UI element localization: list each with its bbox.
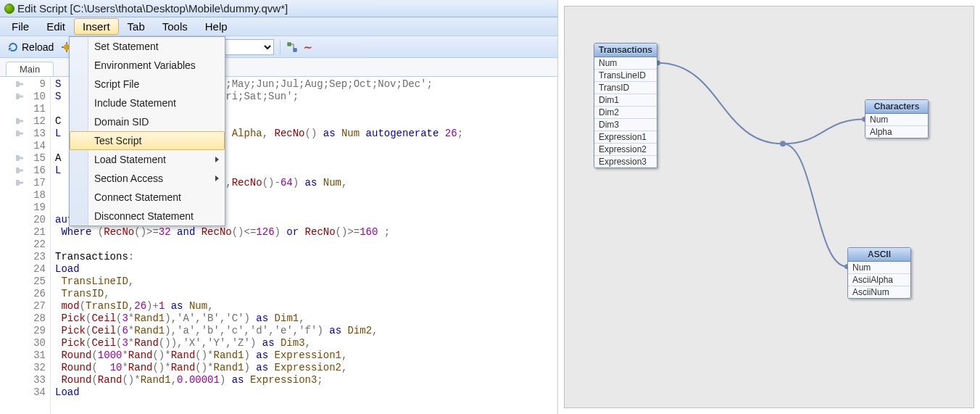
code-line[interactable]: Load (55, 386, 463, 399)
table-field[interactable]: Dim2 (594, 107, 657, 119)
line-number: 27 (0, 300, 50, 312)
line-number: 28 (0, 312, 50, 325)
tilde-icon[interactable]: ∼ (302, 41, 314, 53)
editor-window: Edit Script [C:\Users\thota\Desktop\Mobi… (0, 0, 558, 414)
table-transactions[interactable]: TransactionsNumTransLineIDTransIDDim1Dim… (594, 43, 657, 168)
table-field[interactable]: Expression3 (594, 156, 657, 167)
reload-button[interactable]: Reload (4, 40, 57, 54)
code-line[interactable]: Where (RecNo()>=32 and RecNo()<=126) or … (55, 226, 463, 239)
insert-item-domain-sid[interactable]: Domain SID (70, 112, 225, 131)
submenu-arrow-icon (215, 175, 219, 181)
table-title[interactable]: Characters (865, 100, 928, 114)
table-field[interactable]: TransLineID (594, 70, 657, 82)
table-title[interactable]: ASCII (848, 248, 910, 262)
line-number: 14 (0, 140, 50, 152)
code-line[interactable]: Pick(Ceil(3*Rand1),'A','B','C') as Dim1, (55, 312, 463, 325)
insert-item-section-access[interactable]: Section Access (70, 169, 225, 188)
table-field[interactable]: Expression2 (594, 144, 657, 156)
submenu-arrow-icon (215, 157, 219, 162)
table-field[interactable]: AsciiNum (848, 286, 910, 298)
window-title: Edit Script [C:\Users\thota\Desktop\Mobi… (17, 2, 288, 15)
code-line[interactable]: Pick(Ceil(3*Rand()),'X','Y','Z') as Dim3… (55, 337, 463, 349)
line-gutter: 9101112131415161718192021222324252627282… (0, 77, 51, 414)
table-field[interactable]: TransID (594, 82, 657, 94)
reload-label: Reload (22, 41, 54, 53)
table-ascii[interactable]: ASCIINumAsciiAlphaAsciiNum (847, 247, 911, 299)
insert-item-script-file[interactable]: Script File (70, 75, 225, 94)
app-logo-icon (4, 4, 14, 14)
insert-item-load-statement[interactable]: Load Statement (70, 150, 225, 169)
line-number: 25 (0, 276, 50, 288)
line-number: 21 (0, 226, 50, 239)
line-number: 16 (0, 165, 50, 177)
code-line[interactable]: TransID, (55, 288, 463, 300)
line-number: 10 (0, 91, 50, 103)
line-number: 26 (0, 288, 50, 300)
table-field[interactable]: Dim3 (594, 119, 657, 131)
line-number: 31 (0, 349, 50, 362)
tab-main[interactable]: Main (6, 62, 54, 76)
line-number: 19 (0, 202, 50, 214)
code-line[interactable] (55, 239, 463, 251)
code-line[interactable]: Round( 10*Rand()*Rand()*Rand1) as Expres… (55, 362, 463, 374)
menubar: FileEditInsertTabToolsHelp (0, 17, 557, 36)
line-number: 17 (0, 177, 50, 189)
menu-edit[interactable]: Edit (38, 18, 74, 35)
table-field[interactable]: Dim1 (594, 94, 657, 107)
titlebar: Edit Script [C:\Users\thota\Desktop\Mobi… (0, 0, 557, 17)
line-number: 13 (0, 128, 50, 140)
line-number: 12 (0, 115, 50, 128)
menu-tools[interactable]: Tools (154, 18, 196, 35)
line-number: 15 (0, 152, 50, 165)
toolbar-sep3 (280, 40, 281, 54)
menu-file[interactable]: File (3, 18, 38, 35)
line-number: 29 (0, 325, 50, 337)
line-number: 18 (0, 189, 50, 202)
menu-help[interactable]: Help (196, 18, 236, 35)
insert-item-connect-statement[interactable]: Connect Statement (70, 188, 225, 207)
line-number: 22 (0, 239, 50, 251)
line-number: 24 (0, 263, 50, 276)
line-number: 30 (0, 337, 50, 349)
code-line[interactable]: TransLineID, (55, 276, 463, 288)
line-number: 9 (0, 78, 50, 91)
line-number: 11 (0, 103, 50, 115)
table-field[interactable]: Expression1 (594, 131, 657, 144)
svg-rect-2 (294, 49, 296, 51)
line-number: 33 (0, 374, 50, 386)
code-line[interactable]: Transactions: (55, 251, 463, 263)
line-number: 20 (0, 214, 50, 226)
insert-item-include-statement[interactable]: Include Statement (70, 94, 225, 112)
line-number: 34 (0, 386, 50, 399)
code-line[interactable]: Round(Rand()*Rand1,0.00001) as Expressio… (55, 374, 463, 386)
table-viewer[interactable]: TransactionsNumTransLineIDTransIDDim1Dim… (564, 6, 974, 408)
code-line[interactable]: Round(1000*Rand()*Rand()*Rand1) as Expre… (55, 349, 463, 362)
reload-icon (7, 41, 19, 53)
svg-rect-1 (288, 43, 291, 46)
line-number: 23 (0, 251, 50, 263)
insert-menu-dropdown: Set StatementEnvironment VariablesScript… (69, 36, 225, 226)
table-field[interactable]: Num (865, 114, 928, 126)
insert-item-test-script[interactable]: Test Script (70, 131, 225, 150)
table-title[interactable]: Transactions (594, 44, 657, 57)
table-field[interactable]: AsciiAlpha (848, 274, 910, 286)
code-line[interactable]: Pick(Ceil(6*Rand1),'a','b','c','d','e','… (55, 325, 463, 337)
tree-icon[interactable] (286, 41, 298, 53)
insert-item-environment-variables[interactable]: Environment Variables (70, 56, 225, 75)
menu-tab[interactable]: Tab (119, 18, 154, 35)
table-characters[interactable]: CharactersNumAlpha (865, 99, 929, 138)
insert-item-set-statement[interactable]: Set Statement (70, 37, 225, 56)
insert-item-disconnect-statement[interactable]: Disconnect Statement (70, 207, 225, 225)
table-field[interactable]: Alpha (865, 126, 928, 138)
line-number: 32 (0, 362, 50, 374)
svg-point-3 (780, 141, 786, 146)
menu-insert[interactable]: Insert (74, 18, 119, 35)
code-line[interactable]: Load (55, 263, 463, 276)
table-field[interactable]: Num (848, 262, 910, 274)
table-field[interactable]: Num (594, 57, 657, 70)
code-line[interactable]: mod(TransID,26)+1 as Num, (55, 300, 463, 312)
